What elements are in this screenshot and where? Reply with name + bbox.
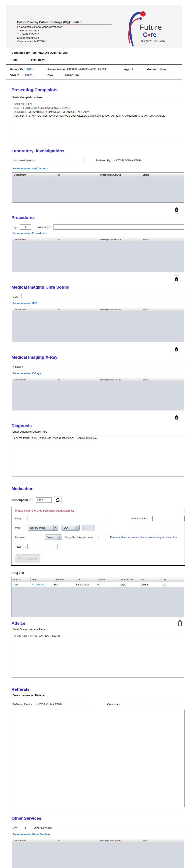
xray-table-body[interactable] [12, 382, 184, 410]
recommended-procedures-link[interactable]: Recommended Procedures [12, 231, 46, 235]
xray-input-label: X-Rays : [12, 365, 23, 368]
heart-icon: ♥ [147, 32, 150, 38]
section-title-other-services: Other Services [11, 816, 187, 821]
other-services-table: Department ID Investigation / Service St… [12, 838, 184, 868]
procedures-qty-input[interactable] [20, 224, 31, 229]
prescription-id-label: Prescription ID : [11, 498, 34, 502]
uss-table-body[interactable] [12, 312, 184, 342]
consulted-by-line: Consulted By : Dr. VICTOR OJIMA ETUBI [11, 51, 187, 54]
col-department: Department [12, 237, 56, 242]
drug-delete-button[interactable] [177, 619, 183, 627]
col-investigation-service: Investigation/Service [98, 377, 141, 382]
col-duration: Duration [96, 577, 118, 582]
duration-row: Duration : Day/s ▼ Drugs/Tablets per mea… [15, 534, 185, 540]
lab-delete-button[interactable] [174, 206, 179, 214]
lab-table-body[interactable] [12, 177, 184, 203]
prescription-row: Prescription ID : [11, 496, 187, 504]
refresh-icon [55, 497, 60, 503]
section-title-presenting-complaints: Presenting Complaints [11, 87, 187, 92]
lab-investigation-input[interactable] [38, 158, 83, 163]
col-drug: Drug [31, 577, 52, 582]
logo-word-future: Future [139, 23, 162, 32]
procedures-table: Department ID Investigation/Service Stat… [12, 237, 184, 272]
col-investigation-service: Investigation/Service [98, 173, 141, 177]
complaints-textarea[interactable]: PATIENT SEEN. ACUTE FEBRILE ILLNESS R/O … [12, 101, 184, 141]
recommended-uss-link[interactable]: Recommended USS [12, 302, 37, 305]
total-label: Total : [15, 545, 26, 548]
way-select[interactable]: Before Meal ▼ [28, 525, 58, 531]
col-status: Status [141, 838, 184, 843]
patient-age-value: 9 [132, 68, 133, 71]
total-row: Total : [15, 544, 185, 549]
recommended-xrays-link[interactable]: Recommended X-Rays [12, 372, 41, 375]
total-input[interactable] [27, 544, 58, 549]
xray-input[interactable] [25, 364, 184, 369]
cell-note: 15MLS [139, 582, 161, 587]
company-phone-1: T: +24 82 593 593 [17, 29, 112, 32]
medication-entry-box: Please select the Drug from Drug suggess… [11, 507, 185, 566]
drug-input[interactable] [28, 516, 107, 521]
referred-by-label: Reffered By : [96, 159, 112, 162]
col-duration-type: Duration Type [118, 577, 139, 582]
drug-suggestion-warning: Please select the Drug from Drug suggess… [15, 509, 185, 512]
way-row: Way : Before Meal ▼ OD ▼ 1 [15, 525, 185, 531]
procedures-table-body[interactable] [12, 242, 184, 272]
consultant-label: Consultant [107, 703, 120, 706]
col-department: Department [12, 173, 56, 177]
other-services-qty-input[interactable] [20, 825, 31, 830]
advice-sublabel: Enter Doctor's Advice Here [12, 628, 187, 631]
special-notes-input[interactable] [152, 516, 185, 521]
way-qty-disabled-input: 1 [82, 525, 95, 530]
consultant-input[interactable] [126, 702, 184, 707]
company-name: Future Care by Future Holdings (Pty) Lim… [17, 20, 112, 25]
other-services-input[interactable] [55, 825, 184, 830]
recommended-lab-testings-link[interactable]: Recommended Lab Testings [12, 167, 48, 170]
company-number: Company No.8417652-2 [17, 40, 112, 43]
diagnosis-textarea[interactable]: ACUTE FEBRILE ILLNESS LIKELY VIRAL ETIOL… [12, 435, 184, 476]
section-title-medication: Medication [11, 486, 187, 491]
referral-listbox[interactable] [12, 710, 185, 807]
cell-frequency: BID [52, 582, 74, 587]
duration-input[interactable] [29, 535, 42, 540]
cell-way: Before Meal [74, 582, 96, 587]
col-department: Department [12, 307, 56, 312]
xray-delete-button[interactable] [174, 414, 179, 421]
duration-type-select[interactable]: Day/s ▼ [45, 534, 62, 540]
referring-doctor-input[interactable] [34, 702, 88, 707]
cell-drug: VITAMIN C [31, 582, 52, 587]
section-title-advice: Advice [11, 621, 187, 626]
referrals-sublabel: Select the needed Refferal [12, 694, 187, 697]
chevron-down-icon: ▼ [53, 525, 58, 530]
procedures-qty-label: Qty : [12, 225, 18, 228]
visit-id-value: 25925 [25, 74, 33, 77]
prescription-id-input[interactable] [36, 497, 52, 503]
per-meal-input[interactable] [96, 535, 107, 540]
chevron-down-icon: ▼ [57, 534, 62, 540]
add-drug-button[interactable]: Add Drug [15, 554, 40, 562]
procedures-input[interactable] [53, 224, 184, 229]
col-id: ID [56, 307, 98, 312]
referral-inputs-row: Reffering Doctor Consultant [12, 702, 187, 707]
xray-input-row: X-Rays : [12, 364, 187, 369]
recommended-other-services-link[interactable]: Recommended Other Services [12, 833, 50, 836]
advice-textarea[interactable]: REASSURE PATIENT AND CAREGIVER [12, 633, 184, 678]
consulted-by-value: Dr. VICTOR OJIMA ETUBI [33, 51, 68, 54]
other-services-table-body[interactable] [12, 843, 184, 868]
drug-label: Drug : [15, 517, 26, 520]
cell-duration: 6 [96, 582, 118, 587]
procedures-table-header: Department ID Investigation/Service Stat… [12, 237, 184, 242]
frequency-select[interactable]: OD ▼ [62, 525, 80, 531]
procedures-delete-button[interactable] [174, 276, 179, 283]
company-address: Le Chainter,Victoria,Mahe,Seychelles [17, 25, 112, 28]
uss-input[interactable] [22, 294, 184, 299]
refresh-prescription-button[interactable] [54, 496, 62, 504]
section-title-referrals: Refferals [11, 687, 187, 692]
drug-table-row[interactable]: 1235 VITAMIN C BID Before Meal 6 Day/s 1… [12, 582, 184, 587]
consult-date-line: Date : 2026-01-26 [11, 58, 187, 62]
drug-table-body[interactable] [12, 587, 184, 617]
uss-delete-button[interactable] [174, 346, 179, 353]
procedures-input-row: Qty : Procedures : [12, 224, 187, 229]
company-info: Future Care by Future Holdings (Pty) Lim… [17, 9, 112, 46]
col-id: ID [56, 237, 98, 242]
xray-table-header: Department ID Investigation/Service Stat… [12, 377, 184, 382]
